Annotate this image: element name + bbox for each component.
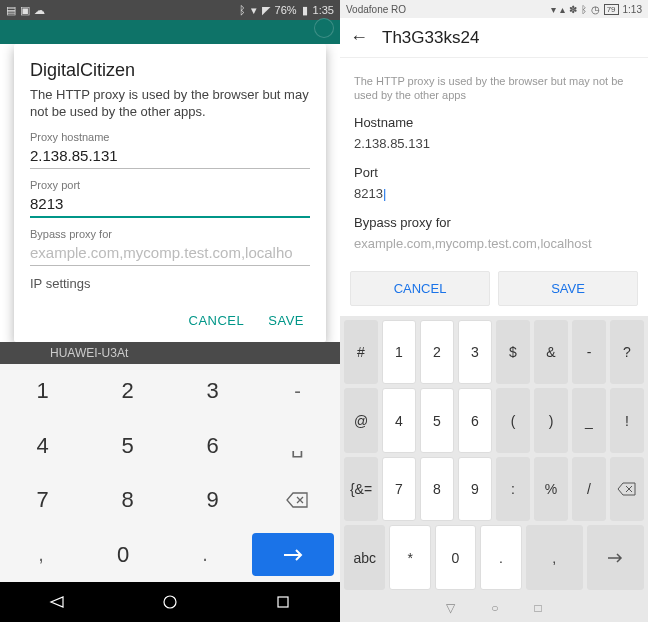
keyboard: # 1 2 3 $ & - ? @ 4 5 6 ( ) _ ! {&= 7 8 … [340,316,648,594]
key-8[interactable]: 8 [420,457,454,522]
right-phone: Vodafone RO ▾ ▴ ✽ ᛒ ◷ 79 1:13 ← Th3G33ks… [340,0,648,622]
key-7[interactable]: 7 [0,473,85,528]
hostname-label: Hostname [354,115,634,130]
nav-back-icon[interactable] [49,594,65,610]
bypass-label: Bypass proxy for [354,215,634,230]
proxy-form: The HTTP proxy is used by the browser bu… [340,58,648,265]
back-icon[interactable]: ← [350,27,368,48]
key-comma[interactable]: , [526,525,583,590]
notification-icon: ▤ [6,4,16,17]
hostname-input[interactable]: 2.138.85.131 [354,136,634,151]
key-space[interactable]: ␣ [255,418,340,473]
nav-home-icon[interactable] [162,594,178,610]
save-button[interactable]: SAVE [268,313,304,328]
key-percent[interactable]: % [534,457,568,522]
key-at[interactable]: @ [344,388,378,453]
dialog-title: DigitalCitizen [30,60,310,81]
key-4[interactable]: 4 [382,388,416,453]
proxy-dialog: DigitalCitizen The HTTP proxy is used by… [14,44,326,342]
key-6[interactable]: 6 [170,418,255,473]
key-4[interactable]: 4 [0,418,85,473]
background-appbar [0,20,340,44]
hostname-input[interactable]: 2.138.85.131 [30,145,310,169]
signal-icon: ◤ [262,4,270,17]
key-2[interactable]: 2 [420,320,454,385]
cancel-button[interactable]: CANCEL [189,313,245,328]
form-subtitle: The HTTP proxy is used by the browser bu… [354,74,634,103]
port-input[interactable]: 8213| [354,186,634,201]
key-period[interactable]: . [164,527,246,582]
key-enter[interactable] [587,525,644,590]
key-backspace[interactable] [610,457,644,522]
key-symbols[interactable]: {&= [344,457,378,522]
status-time: 1:35 [313,4,334,16]
battery-percent: 79 [604,4,619,15]
key-slash[interactable]: / [572,457,606,522]
port-input[interactable]: 8213 [30,193,310,218]
signal-icon: ▴ [560,4,565,15]
nav-back-icon[interactable]: ▽ [446,601,455,615]
android-nav-bar: ▽ ○ □ [340,594,648,622]
nav-home-icon[interactable]: ○ [491,601,498,615]
key-9[interactable]: 9 [458,457,492,522]
carrier-label: Vodafone RO [346,4,406,15]
cloud-icon: ☁ [34,4,45,17]
key-enter[interactable] [252,533,334,576]
key-5[interactable]: 5 [420,388,454,453]
key-dollar[interactable]: $ [496,320,530,385]
key-1[interactable]: 1 [382,320,416,385]
bluetooth-icon: ᛒ [581,4,587,15]
key-minus[interactable]: - [572,320,606,385]
dialog-subtitle: The HTTP proxy is used by the browser bu… [30,87,310,121]
nav-recent-icon[interactable]: □ [535,601,542,615]
key-lparen[interactable]: ( [496,388,530,453]
key-2[interactable]: 2 [85,364,170,419]
key-5[interactable]: 5 [85,418,170,473]
vibrate-icon: ✽ [569,4,577,15]
key-underscore[interactable]: _ [572,388,606,453]
key-0[interactable]: 0 [435,525,476,590]
save-button[interactable]: SAVE [498,271,638,306]
key-question[interactable]: ? [610,320,644,385]
key-rparen[interactable]: ) [534,388,568,453]
bypass-label: Bypass proxy for [30,228,310,240]
svg-point-0 [164,596,176,608]
dialog-actions: CANCEL SAVE [340,265,648,316]
key-3[interactable]: 3 [458,320,492,385]
alarm-icon: ◷ [591,4,600,15]
key-backspace[interactable] [255,473,340,528]
key-abc[interactable]: abc [344,525,385,590]
key-exclaim[interactable]: ! [610,388,644,453]
status-bar: ▤ ▣ ☁ ᛒ ▾ ◤ 76% ▮ 1:35 [0,0,340,20]
key-star[interactable]: * [389,525,430,590]
key-0[interactable]: 0 [82,527,164,582]
nav-recent-icon[interactable] [275,594,291,610]
key-minus[interactable]: - [255,364,340,419]
key-8[interactable]: 8 [85,473,170,528]
image-icon: ▣ [20,4,30,17]
bypass-input[interactable]: example.com,mycomp.test.com,localhost [354,236,634,251]
background-network-row: HUAWEI-U3At [0,342,340,364]
key-1[interactable]: 1 [0,364,85,419]
key-7[interactable]: 7 [382,457,416,522]
key-colon[interactable]: : [496,457,530,522]
ip-settings-label[interactable]: IP settings [30,276,310,291]
battery-icon: ▮ [302,4,308,17]
bypass-input[interactable]: example.com,mycomp.test.com,localho [30,242,310,266]
left-phone: ▤ ▣ ☁ ᛒ ▾ ◤ 76% ▮ 1:35 DigitalCitizen Th… [0,0,340,622]
key-6[interactable]: 6 [458,388,492,453]
page-title: Th3G33ks24 [382,28,479,48]
cancel-button[interactable]: CANCEL [350,271,490,306]
wifi-icon: ▾ [551,4,556,15]
port-label: Port [354,165,634,180]
key-3[interactable]: 3 [170,364,255,419]
key-comma[interactable]: , [0,527,82,582]
key-period[interactable]: . [480,525,521,590]
key-hash[interactable]: # [344,320,378,385]
help-icon [314,18,334,38]
status-bar: Vodafone RO ▾ ▴ ✽ ᛒ ◷ 79 1:13 [340,0,648,18]
numeric-keyboard: 1 2 3 - 4 5 6 ␣ 7 8 9 , 0 . [0,364,340,582]
bluetooth-icon: ᛒ [239,4,246,16]
key-amp[interactable]: & [534,320,568,385]
key-9[interactable]: 9 [170,473,255,528]
